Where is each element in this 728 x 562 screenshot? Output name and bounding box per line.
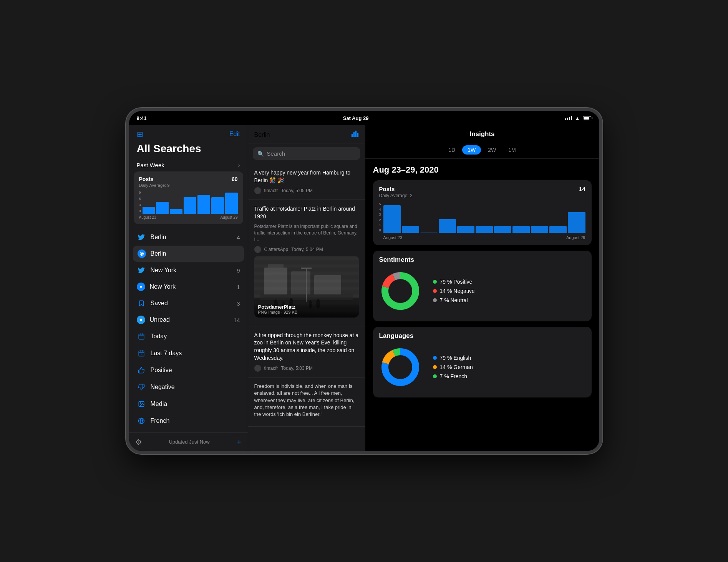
search-input[interactable]: Search [267,150,285,157]
sidebar-item-berlin-twitter[interactable]: Berlin 4 [129,229,248,246]
sidebar-item-count: 14 [234,317,240,323]
post-time: Today, 5:04 PM [291,247,323,252]
svg-rect-20 [357,133,358,137]
time-filter: 1D 1W 2W 1M [365,142,599,159]
sidebar-item-label: Last 7 days [151,350,240,357]
svg-rect-23 [268,264,284,268]
post-author: timacfr [264,188,278,193]
sidebar-item-label: Berlin [151,250,239,257]
sidebar-item-french[interactable]: French [129,412,248,429]
svg-point-38 [390,280,411,302]
avatar [254,246,261,253]
sidebar-item-label: Positive [151,367,240,374]
legend-item-neutral: 7 % Neutral [433,297,475,303]
english-dot [433,356,437,360]
insights-bar [439,219,456,233]
search-bar[interactable]: 🔍 Search [253,147,360,160]
time-btn-1w[interactable]: 1W [462,145,481,155]
posts-card-header: Posts 60 [139,176,238,182]
post-item[interactable]: Traffic at Potsdamer Platz in Berlin aro… [248,200,365,326]
post-time: Today, 5:05 PM [281,188,313,193]
panel-title: Berlin [254,131,270,138]
sidebar-item-negative[interactable]: Negative [129,379,248,396]
sidebar-item-positive[interactable]: Positive [129,362,248,379]
post-author: ClattersApp [264,247,289,252]
sidebar-edit-button[interactable]: Edit [229,131,240,138]
twitter-icon [137,266,146,275]
y-axis: 9630 [139,191,141,214]
signal-icon [565,116,572,120]
neutral-label: 7 % Neutral [440,297,468,303]
post-image-overlay: PotsdamerPlatz PNG Image · 929 KB [254,296,359,318]
time-btn-1d[interactable]: 1D [443,145,461,155]
posts-list: A very happy new year from Hamburg to Be… [248,164,365,451]
time-btn-1m[interactable]: 1M [503,145,521,155]
insights-card-header: Posts 14 [379,186,585,192]
legend-item-negative: 14 % Negative [433,288,475,294]
gear-icon[interactable]: ⚙ [135,437,142,447]
sidebar-list: Berlin 4 Berlin New York 9 [129,229,248,432]
languages-title: Languages [379,332,585,340]
panel-header: Berlin [248,125,365,143]
post-item[interactable]: Freedom is indivisible, and when one man… [248,377,365,427]
calendar-icon [137,332,146,341]
languages-donut [379,346,421,388]
insights-chart-wrapper: 543210 August 23 August 29 [379,202,585,240]
sidebar-item-count: 9 [237,267,240,274]
sidebar-item-count: 4 [237,234,240,241]
sentiments-card: Sentiments [373,251,592,321]
donut-section: 79 % Positive 14 % Negative 7 % Neutral [379,266,585,316]
sidebar-item-unread[interactable]: Unread 14 [129,312,248,328]
insights-posts-label: Posts [379,186,395,192]
post-meta: ClattersApp Today, 5:04 PM [254,246,359,253]
svg-text:7: 7 [141,353,142,356]
avatar [254,365,261,372]
time-btn-2w[interactable]: 2W [483,145,501,155]
sidebar-item-last7[interactable]: 7 Last 7 days [129,345,248,362]
sidebar-item-label: French [151,417,240,424]
post-item[interactable]: A very happy new year from Hamburg to Be… [248,164,365,200]
past-week-row[interactable]: Past Week › [129,160,248,171]
chevron-right-icon: › [238,162,240,168]
post-meta: timacfr Today, 5:03 PM [254,365,359,372]
sidebar-item-berlin-circle[interactable]: Berlin [133,246,244,262]
svg-rect-2 [139,334,144,339]
chart-icon[interactable] [351,130,359,139]
status-icons: ▲ [565,115,592,121]
posts-label: Posts [139,176,154,182]
wifi-icon: ▲ [575,115,580,121]
post-excerpt: Potsdamer Platz is an important public s… [254,223,359,243]
insights-chart-area: August 23 August 29 [383,202,585,240]
status-bar: 9:41 Sat Aug 29 ▲ [129,111,599,125]
post-title: Traffic at Potsdamer Platz in Berlin aro… [254,205,359,220]
insights-bar [512,226,530,233]
middle-panel: Berlin 🔍 Search A very happy new year fr… [248,125,365,451]
positive-dot [433,280,437,284]
german-label: 14 % German [440,364,473,370]
languages-legend: 79 % English 14 % German 7 % French [433,355,473,379]
post-item[interactable]: A fire ripped through the monkey house a… [248,326,365,377]
sidebar-item-media[interactable]: Media [129,396,248,412]
negative-label: 14 % Negative [440,288,475,294]
sidebar-toggle-icon[interactable]: ⊞ [137,130,143,139]
globe-icon [137,416,146,426]
twitter-icon [137,233,146,242]
insights-bar [531,226,548,233]
french-label: 7 % French [440,373,468,379]
sidebar-item-saved[interactable]: Saved 3 [129,295,248,312]
insights-bar [568,212,585,233]
chart-bar [225,193,238,214]
sidebar-item-newyork-circle[interactable]: New York 1 [129,279,248,295]
sidebar-item-newyork-twitter[interactable]: New York 9 [129,262,248,279]
sidebar-item-today[interactable]: Today [129,328,248,345]
sidebar-title: All Searches [129,143,248,160]
sidebar-item-german[interactable]: German [129,429,248,432]
legend-item-positive: 79 % Positive [433,279,475,285]
insights-bar [549,226,567,233]
chart-bar [184,197,196,214]
add-button[interactable]: + [237,437,242,447]
insights-chart-bars [383,202,585,233]
post-meta: timacfr Today, 5:05 PM [254,187,359,194]
sidebar-item-label: Unread [150,316,229,323]
sentiments-title: Sentiments [379,256,585,264]
